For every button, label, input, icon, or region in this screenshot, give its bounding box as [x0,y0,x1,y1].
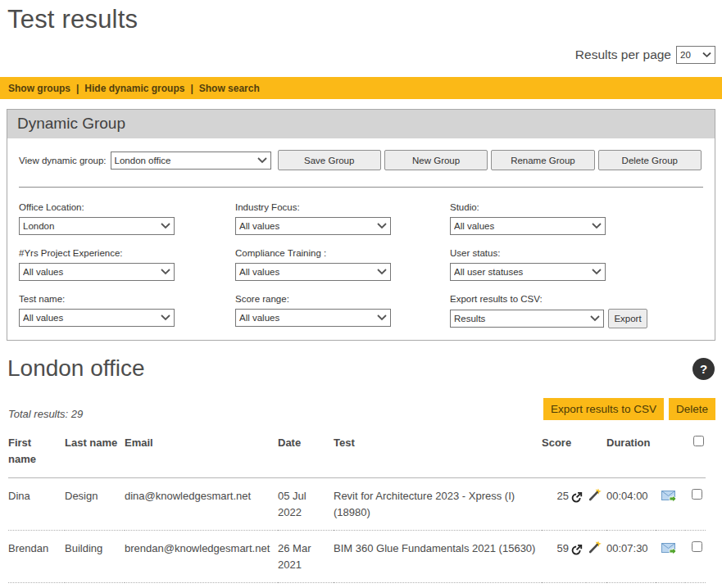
dynamic-group-panel: Dynamic Group View dynamic group: London… [7,109,715,341]
test-name-select[interactable]: All values [19,309,175,327]
cell-badge [586,583,606,588]
filter-compliance-training: Compliance Training : All values [235,248,450,281]
results-per-page-wrap: 20 [676,46,715,64]
rename-group-button[interactable]: Rename Group [491,150,594,170]
groups-toolbar: Show groups | Hide dynamic groups | Show… [0,77,722,99]
results-per-page-select[interactable]: 20 [676,46,715,64]
dynamic-group-panel-title: Dynamic Group [7,110,715,138]
view-dynamic-group-label: View dynamic group: [19,156,107,165]
export-button[interactable]: Export [608,309,647,328]
filter-user-status: User status: All user statuses [450,248,708,281]
total-results-label: Total results: 29 [8,408,83,420]
cell-envelope [656,478,685,531]
group-header-row: London office ? [7,355,715,382]
filter-label: Studio: [450,202,708,212]
cell-test: BIM 360 Glue Fundamentals 2021 (15630) [334,583,542,588]
export-results-csv-button[interactable]: Export results to CSV [543,398,664,420]
cell-select [685,478,706,531]
filter-industry-focus: Industry Focus: All values [235,202,450,235]
select-all-header [685,432,706,478]
filters-grid: Office Location: London Industry Focus: … [19,202,708,328]
compliance-training-select[interactable]: All values [235,263,391,281]
col-header-date: Date [278,432,334,478]
studio-select[interactable]: All values [450,217,606,235]
save-group-button[interactable]: Save Group [278,150,381,170]
cell-first-name: Brendan [8,531,65,583]
open-report-icon[interactable] [571,544,583,555]
filter-label: #Yrs Project Experience: [19,248,235,258]
cell-email: brendan@knowledgesmart.net [125,531,278,583]
show-groups-link[interactable]: Show groups [8,83,70,94]
view-dynamic-group-row: View dynamic group: London office Save G… [19,150,708,170]
filter-label: Export results to CSV: [450,294,708,304]
show-search-link[interactable]: Show search [199,83,260,94]
table-row: Brendan Building brendan@knowledgesmart.… [8,531,706,583]
filter-test-name: Test name: All values [19,294,235,328]
filter-score-range: Score range: All values [235,294,450,328]
new-group-button[interactable]: New Group [384,150,488,170]
cell-duration: 00:08:00 [606,583,656,588]
row-checkbox[interactable] [692,489,702,500]
view-dynamic-group-select[interactable]: London office [111,152,271,170]
col-header-envelope [656,432,685,478]
panel-divider [19,187,703,188]
col-header-score: Score [542,432,586,478]
cell-badge [586,478,606,531]
cell-badge [586,531,606,583]
col-header-duration: Duration [606,432,656,478]
table-row: Dina Design dina@knowledgesmart.net 05 J… [8,478,706,531]
hide-dynamic-groups-link[interactable]: Hide dynamic groups [84,83,184,94]
cell-score: 83 [542,583,586,588]
filter-yrs-project-experience: #Yrs Project Experience: All values [19,248,235,281]
resend-email-icon[interactable] [661,543,677,555]
filter-label: User status: [450,248,708,258]
office-location-select[interactable]: London [19,217,175,235]
page: Test results Results per page 20 Show gr… [0,5,722,588]
results-per-page-row: Results per page 20 [0,46,715,64]
cell-envelope [656,583,685,588]
cell-select [685,531,706,583]
page-title: Test results [7,5,722,34]
select-all-checkbox[interactable] [693,436,704,446]
industry-focus-select[interactable]: All values [235,217,391,235]
filter-label: Score range: [235,294,450,304]
col-header-email: Email [125,432,278,478]
filter-studio: Studio: All values [450,202,708,235]
row-checkbox[interactable] [692,541,702,552]
group-buttons: Save Group New Group Rename Group Delete… [278,150,708,170]
cell-email: annie@knowledgesmart.net [125,583,278,588]
cell-date: 26 Mar 2021 [278,583,334,588]
cell-date: 26 Mar 2021 [278,531,334,583]
score-range-select[interactable]: All values [235,309,391,327]
yrs-project-experience-select[interactable]: All values [19,263,175,281]
results-meta-row: Total results: 29 Export results to CSV … [8,398,715,420]
cell-last-name: Architect [65,583,125,588]
filter-label: Compliance Training : [235,248,450,258]
export-results-select[interactable]: Results [450,310,604,328]
cell-score: 25 [542,478,586,531]
delete-button[interactable]: Delete [669,398,715,420]
resend-email-icon[interactable] [661,491,677,503]
cell-first-name: Annie [8,583,65,588]
open-report-icon[interactable] [571,491,583,503]
filter-office-location: Office Location: London [19,202,235,235]
toolbar-separator: | [190,83,193,94]
cell-first-name: Dina [8,478,65,531]
wand-icon [588,544,602,556]
cell-date: 05 Jul 2022 [278,478,334,531]
filter-export-results: Export results to CSV: Results Export [450,294,708,328]
filter-label: Test name: [19,294,235,304]
table-row: Annie Architect annie@knowledgesmart.net… [8,583,706,588]
col-header-first-name: First name [8,432,65,478]
group-title: London office [7,355,145,382]
results-table: First name Last name Email Date Test Sco… [8,432,706,588]
cell-last-name: Design [65,478,125,531]
help-icon[interactable]: ? [692,358,715,380]
user-status-select[interactable]: All user statuses [450,263,606,281]
wand-icon [588,491,602,504]
cell-envelope [656,531,685,583]
toolbar-separator: | [76,83,79,94]
delete-group-button[interactable]: Delete Group [598,150,702,170]
col-header-last-name: Last name [65,432,125,478]
cell-test: BIM 360 Glue Fundamentals 2021 (15630) [334,531,542,583]
